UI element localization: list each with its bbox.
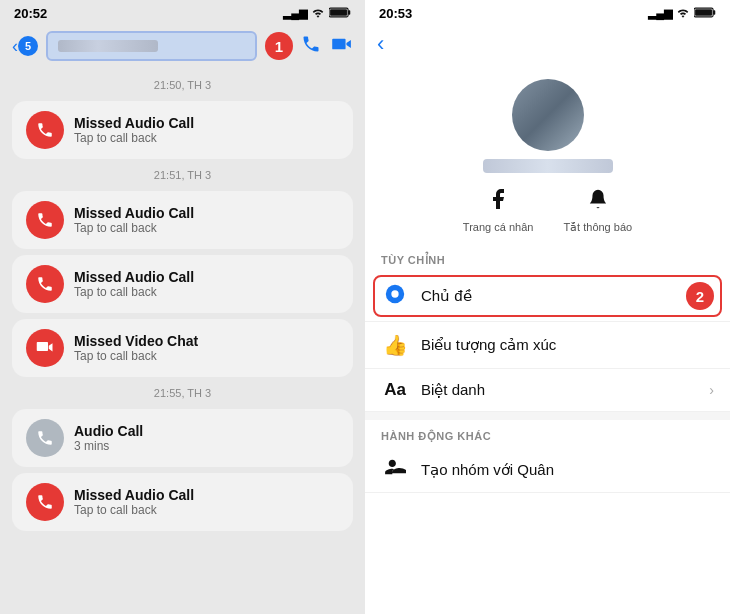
video-call-icon[interactable] (331, 36, 353, 57)
profile-name-blurred (483, 159, 613, 173)
create-group-label: Tạo nhóm với Quân (421, 461, 714, 479)
call-text-6: Missed Audio Call Tap to call back (74, 487, 194, 517)
chat-body: 21:50, TH 3 Missed Audio Call Tap to cal… (0, 67, 365, 614)
call-subtitle-3: Tap to call back (74, 285, 194, 299)
group-icon (381, 458, 409, 481)
right-back-button[interactable]: ‹ (377, 31, 384, 57)
right-nav-bar: ‹ (365, 25, 730, 63)
call-item-1[interactable]: Missed Audio Call Tap to call back (12, 101, 353, 159)
chevron-right-icon: › (709, 382, 714, 398)
missed-audio-icon-6 (26, 483, 64, 521)
menu-item-nickname[interactable]: Aa Biệt danh › (365, 369, 730, 412)
battery-icon (329, 7, 351, 20)
missed-video-icon (26, 329, 64, 367)
audio-call-icon[interactable] (301, 34, 321, 59)
call-title-3: Missed Audio Call (74, 269, 194, 285)
call-title-5: Audio Call (74, 423, 143, 439)
call-subtitle-2: Tap to call back (74, 221, 194, 235)
profile-section: Trang cá nhân Tắt thông báo (365, 63, 730, 244)
right-status-icons: ▂▄▆ (648, 7, 716, 20)
more-actions-header: HÀNH ĐỘNG KHÁC (365, 420, 730, 447)
facebook-icon (486, 187, 510, 217)
timestamp-1: 21:50, TH 3 (12, 75, 353, 95)
annotation-1: 1 (265, 32, 293, 60)
customize-section-header: TÙY CHỈNH (365, 244, 730, 271)
back-button[interactable]: ‹ 5 (12, 36, 38, 57)
back-badge: 5 (18, 36, 38, 56)
wifi-icon (311, 7, 325, 20)
menu-item-theme[interactable]: Chủ đề 2 (365, 271, 730, 322)
call-item-2[interactable]: Missed Audio Call Tap to call back (12, 191, 353, 249)
call-subtitle-4: Tap to call back (74, 349, 198, 363)
contact-name-blurred (58, 40, 158, 52)
nickname-icon: Aa (381, 380, 409, 400)
svg-rect-4 (713, 10, 715, 14)
contact-name-box (46, 31, 257, 61)
signal-icon: ▂▄▆ (283, 7, 307, 20)
call-item-4[interactable]: Missed Video Chat Tap to call back (12, 319, 353, 377)
mute-label: Tắt thông báo (563, 221, 632, 234)
nickname-label: Biệt danh (421, 381, 697, 399)
right-battery-icon (694, 7, 716, 20)
call-text-2: Missed Audio Call Tap to call back (74, 205, 194, 235)
section-divider (365, 412, 730, 420)
call-item-6[interactable]: Missed Audio Call Tap to call back (12, 473, 353, 531)
call-text-4: Missed Video Chat Tap to call back (74, 333, 198, 363)
theme-label: Chủ đề (421, 287, 674, 305)
left-panel: 20:52 ▂▄▆ ‹ 5 1 (0, 0, 365, 614)
profile-actions: Trang cá nhân Tắt thông báo (463, 187, 632, 234)
call-subtitle-6: Tap to call back (74, 503, 194, 517)
right-wifi-icon (676, 7, 690, 20)
call-title-1: Missed Audio Call (74, 115, 194, 131)
menu-item-create-group[interactable]: Tạo nhóm với Quân (365, 447, 730, 493)
facebook-label: Trang cá nhân (463, 221, 534, 233)
call-title-2: Missed Audio Call (74, 205, 194, 221)
right-status-bar: 20:53 ▂▄▆ (365, 0, 730, 25)
annotation-2: 2 (686, 282, 714, 310)
profile-action-facebook[interactable]: Trang cá nhân (463, 187, 534, 234)
call-text-5: Audio Call 3 mins (74, 423, 143, 453)
svg-rect-1 (348, 10, 350, 14)
missed-audio-icon-1 (26, 111, 64, 149)
profile-action-mute[interactable]: Tắt thông báo (563, 187, 632, 234)
left-status-icons: ▂▄▆ (283, 7, 351, 20)
call-title-6: Missed Audio Call (74, 487, 194, 503)
right-signal-icon: ▂▄▆ (648, 7, 672, 20)
svg-rect-5 (695, 9, 712, 16)
emoji-icon: 👍 (381, 333, 409, 357)
left-time: 20:52 (14, 6, 47, 21)
right-time: 20:53 (379, 6, 412, 21)
call-subtitle-5: 3 mins (74, 439, 143, 453)
call-subtitle-1: Tap to call back (74, 131, 194, 145)
call-item-3[interactable]: Missed Audio Call Tap to call back (12, 255, 353, 313)
theme-icon (381, 283, 409, 310)
call-text-1: Missed Audio Call Tap to call back (74, 115, 194, 145)
timestamp-2: 21:51, TH 3 (12, 165, 353, 185)
right-panel: 20:53 ▂▄▆ ‹ (365, 0, 730, 614)
bell-icon (587, 187, 609, 217)
nav-actions (301, 34, 353, 59)
call-title-4: Missed Video Chat (74, 333, 198, 349)
call-item-5[interactable]: Audio Call 3 mins (12, 409, 353, 467)
missed-audio-icon-2 (26, 201, 64, 239)
profile-avatar (512, 79, 584, 151)
missed-audio-icon-3 (26, 265, 64, 303)
emoji-label: Biểu tượng cảm xúc (421, 336, 714, 354)
timestamp-3: 21:55, TH 3 (12, 383, 353, 403)
left-nav-bar: ‹ 5 1 (0, 25, 365, 67)
svg-point-7 (391, 290, 398, 297)
audio-icon-answered (26, 419, 64, 457)
menu-item-emoji[interactable]: 👍 Biểu tượng cảm xúc (365, 322, 730, 369)
call-text-3: Missed Audio Call Tap to call back (74, 269, 194, 299)
svg-rect-2 (330, 9, 347, 16)
left-status-bar: 20:52 ▂▄▆ (0, 0, 365, 25)
